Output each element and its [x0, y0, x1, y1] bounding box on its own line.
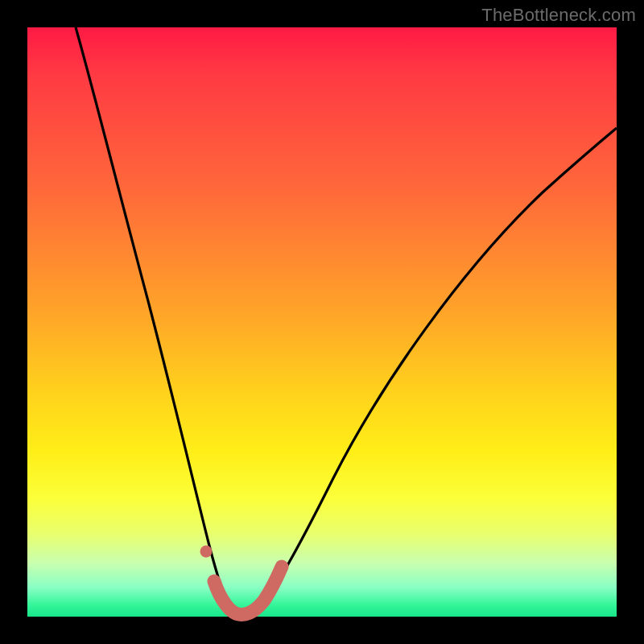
chart-frame: TheBottleneck.com: [0, 0, 644, 644]
bottleneck-curve: [27, 27, 617, 617]
marker-band: [214, 567, 282, 614]
marker-dot: [200, 546, 213, 558]
curve-path: [76, 27, 617, 615]
plot-area: [27, 27, 617, 617]
watermark-text: TheBottleneck.com: [481, 5, 636, 26]
